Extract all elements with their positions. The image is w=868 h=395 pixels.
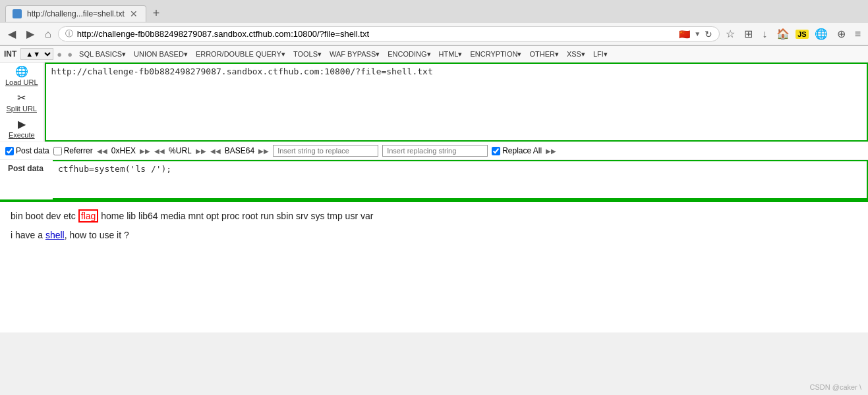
load-url-icon: 🌐 (15, 65, 28, 78)
left-arrow-base64: ◀◀ (210, 147, 221, 155)
bookmark-button[interactable]: ☆ (722, 26, 738, 42)
message-text: i have a (11, 230, 45, 240)
replace-all-checkbox-label[interactable]: Replace All (492, 146, 542, 155)
menu-html[interactable]: HTML▾ (436, 49, 466, 60)
left-arrow-0xhex: ◀◀ (97, 147, 107, 155)
js-badge: JS (796, 30, 808, 39)
address-bar[interactable] (77, 29, 676, 39)
int-select[interactable]: ▲▼ (20, 48, 53, 60)
download-button[interactable]: ↓ (759, 26, 770, 42)
menu-waf-bypass[interactable]: WAF BYPASS▾ (326, 49, 383, 60)
browser-tab[interactable]: http://challeng...file=shell.txt ✕ (5, 5, 146, 22)
post-data-label: Post data (0, 160, 53, 177)
execute-icon: ▶ (18, 118, 26, 130)
menu-other[interactable]: OTHER▾ (526, 49, 562, 60)
int-label: INT (4, 49, 16, 59)
tab-bar: http://challeng...file=shell.txt ✕ + (0, 0, 868, 23)
split-url-label: Split URL (7, 105, 37, 113)
flag-highlight: flag (78, 209, 99, 223)
hackbar-post-section: Post data ctfhub=system('ls /'); (0, 159, 868, 199)
left-arrow-url: ◀◀ (154, 147, 165, 155)
message-end-text: , how to use it ? (65, 230, 129, 240)
content-area: bin boot dev etc flag home lib lib64 med… (0, 201, 868, 332)
hackbar: INT ▲▼ ● ● SQL BASICS▾ UNION BASED▾ ERRO… (0, 46, 868, 201)
address-bar-container: ⓘ 🇨🇳 ▼ ↻ (58, 26, 720, 41)
nav-right-icons: ☆ ⊞ ↓ 🏠 JS 🌐 ⊕ ≡ (722, 26, 864, 42)
menu-encryption[interactable]: ENCRYPTION▾ (467, 49, 525, 60)
oxhex-label: 0xHEX (111, 146, 136, 155)
menu-encoding[interactable]: ENCODING▾ (384, 49, 434, 60)
dot2: ● (67, 49, 72, 59)
url-encode-label: %URL (169, 146, 192, 155)
insert-replacing-string[interactable] (382, 145, 488, 157)
replace-all-checkbox[interactable] (492, 147, 500, 155)
output-line: bin boot dev etc flag home lib lib64 med… (11, 209, 857, 223)
tab-favicon (13, 9, 22, 18)
menu-button[interactable]: ≡ (852, 26, 864, 42)
hackbar-url-row: 🌐 Load URL ✂ Split URL ▶ Execute http://… (0, 63, 868, 142)
post-data-textarea[interactable]: ctfhub=system('ls /'); (53, 160, 868, 199)
forward-button[interactable]: ▶ (22, 26, 38, 42)
post-data-option-label: Post data (16, 146, 49, 155)
referrer-checkbox-label[interactable]: Referrer (53, 146, 93, 155)
hackbar-options: Post data Referrer ◀◀ 0xHEX ▶▶ ◀◀ %URL ▶… (0, 142, 868, 159)
menu-union-based[interactable]: UNION BASED▾ (130, 49, 191, 60)
right-arrow-url: ▶▶ (196, 147, 206, 155)
execute-label: Execute (9, 131, 35, 139)
dot1: ● (57, 49, 62, 59)
right-arrow-end: ▶▶ (546, 147, 556, 155)
lock-icon: ⓘ (65, 28, 73, 40)
post-data-checkbox-label[interactable]: Post data (5, 146, 49, 155)
insert-string-to-replace[interactable] (273, 145, 378, 157)
menu-xss[interactable]: XSS▾ (564, 49, 589, 60)
dropdown-arrow-icon[interactable]: ▼ (694, 30, 701, 38)
shell-link[interactable]: shell (45, 230, 65, 240)
split-url-button[interactable]: ✂ Split URL (0, 89, 44, 115)
execute-button[interactable]: ▶ Execute (0, 115, 44, 142)
home2-button[interactable]: 🏠 (773, 26, 793, 42)
tab-title: http://challeng...file=shell.txt (27, 9, 125, 18)
globe-button[interactable]: 🌐 (811, 26, 831, 42)
ext-button[interactable]: ⊕ (834, 26, 849, 42)
menu-sql-basics[interactable]: SQL BASICS▾ (76, 49, 129, 60)
message-line: i have a shell, how to use it ? (11, 230, 857, 240)
right-arrow-0xhex: ▶▶ (140, 147, 150, 155)
post-data-checkbox[interactable] (5, 147, 14, 155)
browser-frame: http://challeng...file=shell.txt ✕ + ◀ ▶… (0, 0, 868, 46)
china-flag-icon: 🇨🇳 (679, 29, 690, 40)
home-nav-button[interactable]: ⊞ (741, 26, 756, 42)
nav-bar: ◀ ▶ ⌂ ⓘ 🇨🇳 ▼ ↻ ☆ ⊞ ↓ 🏠 JS 🌐 ⊕ ≡ (0, 23, 868, 45)
new-tab-button[interactable]: + (146, 4, 167, 23)
referrer-checkbox[interactable] (53, 147, 62, 155)
replace-all-label: Replace All (502, 146, 542, 155)
load-url-button[interactable]: 🌐 Load URL (0, 63, 44, 89)
right-arrow-base64: ▶▶ (258, 147, 269, 155)
url-textarea[interactable]: http://challenge-fb0b882498279087.sandbo… (45, 63, 868, 142)
referrer-label: Referrer (64, 146, 93, 155)
menu-tools[interactable]: TOOLS▾ (290, 49, 325, 60)
home-button[interactable]: ⌂ (41, 26, 55, 42)
split-url-icon: ✂ (17, 92, 26, 104)
base64-label: BASE64 (225, 146, 254, 155)
tab-close-button[interactable]: ✕ (130, 9, 138, 19)
hackbar-menu: INT ▲▼ ● ● SQL BASICS▾ UNION BASED▾ ERRO… (0, 46, 868, 63)
back-button[interactable]: ◀ (4, 26, 20, 42)
refresh-button[interactable]: ↻ (705, 29, 712, 40)
menu-lfi[interactable]: LFI▾ (590, 49, 611, 60)
load-url-label: Load URL (5, 78, 38, 86)
menu-error-double[interactable]: ERROR/DOUBLE QUERY▾ (192, 49, 289, 60)
